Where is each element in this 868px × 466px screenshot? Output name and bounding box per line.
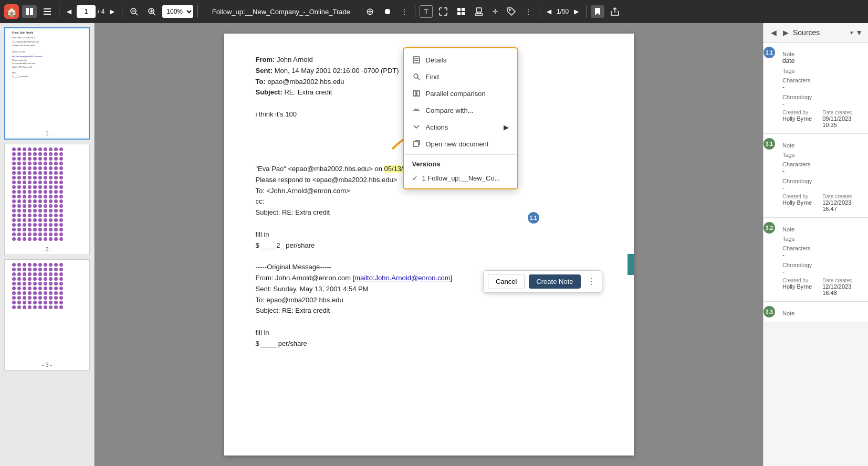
rp-next-btn[interactable]: ▶ — [781, 27, 791, 38]
fullscreen-btn[interactable] — [436, 5, 451, 18]
counter-next-btn[interactable]: ▶ — [571, 6, 582, 17]
stamp-btn[interactable] — [472, 5, 486, 18]
svg-point-20 — [509, 9, 510, 10]
crosshair-btn[interactable]: ✛ — [489, 6, 501, 17]
thumbnail-2[interactable]: - 2 - — [4, 144, 90, 255]
cancel-button[interactable]: Cancel — [488, 274, 525, 289]
rp-prev-btn[interactable]: ◀ — [769, 27, 779, 38]
add-btn[interactable]: ⊕ — [363, 4, 377, 19]
record-btn[interactable]: ⏺ — [380, 5, 395, 18]
created-by-label-3-2: Created by — [782, 278, 812, 283]
body3: $ ____2_ per/share — [256, 240, 602, 251]
note-badge-3-2: 3.2 — [764, 222, 775, 234]
note-section-1-1: Note date Tags Characters - Chronology -… — [782, 51, 863, 128]
time-value-3-1: 16:47 — [822, 206, 852, 212]
main-toolbar: 🏠 ◀ / 4 ▶ 100% 75% 125% 150% Follow_up:_… — [0, 0, 868, 23]
chronology-value-3-1: - — [782, 184, 863, 192]
sources-dropdown-btn[interactable]: ▾ — [850, 29, 853, 36]
ctx-details[interactable]: Details — [404, 51, 517, 68]
ctx-version-item[interactable]: ✓ 1 Follow_up:__New_Co... — [404, 171, 517, 185]
page-next-btn[interactable]: ▶ — [107, 6, 118, 17]
created-by-label-3-1: Created by — [782, 194, 812, 199]
parallel-icon — [412, 89, 421, 98]
thumbnail-panel: From: John Arnold Sent: Mon, 14 May 2001… — [0, 23, 95, 466]
ctx-version-label: 1 Follow_up:__New_Co... — [422, 174, 500, 182]
sent-label: Sent: — [256, 67, 273, 75]
chronology-value-3-2: - — [782, 268, 863, 276]
more-btn[interactable]: ⋮ — [398, 6, 411, 17]
tags-label-3-2: Tags — [782, 236, 863, 242]
page-total: / 4 — [98, 8, 104, 15]
note-section-3-1: Note Tags Characters - Chronology - Crea… — [782, 142, 863, 212]
created-by-col-3-1: Created by Holly Byrne — [782, 194, 812, 212]
view-mode-btn[interactable] — [22, 5, 37, 18]
tag-btn[interactable] — [504, 5, 519, 18]
ctx-find[interactable]: Find — [404, 68, 517, 85]
ctx-compare[interactable]: Compare with... — [404, 102, 517, 119]
to-label: To: — [256, 78, 266, 86]
thumbnail-3[interactable]: - 3 - — [4, 259, 90, 370]
sep6 — [586, 5, 587, 18]
ctx-compare-label: Compare with... — [426, 107, 474, 114]
time-value-3-2: 16:48 — [822, 290, 852, 296]
tags-label-3-1: Tags — [782, 152, 863, 158]
page-input[interactable] — [77, 5, 96, 18]
note-card-3-3[interactable]: 3.3 Note — [764, 302, 868, 322]
svg-rect-28 — [417, 91, 420, 96]
orig-from-link[interactable]: mailto:John.Arnold@enron.com — [354, 274, 450, 282]
selection-more-button[interactable]: ⋮ — [585, 274, 598, 289]
counter-prev-btn[interactable]: ◀ — [543, 6, 555, 17]
created-by-value-3-2: Holly Byrne — [782, 283, 812, 290]
zoom-select[interactable]: 100% 75% 125% 150% — [162, 5, 193, 18]
main-area: From: John Arnold Sent: Mon, 14 May 2001… — [0, 23, 868, 466]
zoom-in-btn[interactable] — [144, 5, 159, 18]
selection-toolbar: Cancel Create Note ⋮ — [483, 270, 602, 293]
note-card-3-2[interactable]: 3.2 Note Tags Characters - Chronology - … — [764, 218, 868, 302]
zoom-out-btn[interactable] — [127, 5, 141, 18]
note-card-1-1[interactable]: 1.1 Note date Tags Characters - Chronolo… — [764, 43, 868, 134]
checkmark-icon: ✓ — [412, 174, 418, 182]
svg-rect-14 — [457, 12, 461, 15]
chronology-label-1-1: Chronology — [782, 94, 863, 100]
quote-subject: Subject: RE: Extra credit — [256, 207, 602, 218]
characters-value-1-1: - — [782, 83, 863, 91]
ctx-actions[interactable]: Actions ▶ — [404, 119, 517, 135]
ctx-open-new[interactable]: Open new document — [404, 135, 517, 152]
thumb-img-3 — [9, 260, 85, 359]
note-card-3-1[interactable]: 3.1 Note Tags Characters - Chronology - … — [764, 134, 868, 218]
annotation-bubble-1-1[interactable]: 1.1 — [528, 212, 539, 224]
thumbnail-1[interactable]: From: John Arnold Sent: Mon, 14 May 2001… — [4, 27, 90, 140]
note-badge-3-1: 3.1 — [764, 138, 775, 150]
svg-rect-2 — [44, 8, 51, 9]
svg-line-6 — [135, 13, 138, 15]
document-area[interactable]: 1.1 From: John Arnold Sent: Mon, 14 May … — [95, 23, 763, 466]
share-btn[interactable] — [608, 5, 622, 18]
characters-value-3-2: - — [782, 251, 863, 259]
layout-btn[interactable] — [454, 5, 468, 18]
toolbar-more-btn[interactable]: ⋮ — [522, 6, 535, 17]
time-value-1-1: 10:35 — [822, 122, 852, 128]
date-created-value-3-2: 12/12/2023 — [822, 283, 852, 290]
ctx-versions-header: Versions — [404, 157, 517, 171]
text-tool-btn[interactable]: T — [420, 5, 433, 18]
bookmark-btn[interactable] — [591, 5, 604, 18]
app-icon[interactable]: 🏠 — [4, 4, 19, 19]
date-created-col-1-1: Date created 09/11/2023 10:35 — [822, 110, 852, 128]
sep3 — [197, 5, 198, 18]
created-by-value-1-1: Holly Byrne — [782, 115, 812, 122]
list-view-btn[interactable] — [40, 5, 55, 18]
rp-filter-btn[interactable]: ▼ — [855, 28, 863, 37]
sources-label: Sources — [793, 28, 848, 37]
date-created-label-1-1: Date created — [822, 110, 852, 115]
page-prev-btn[interactable]: ◀ — [64, 6, 75, 17]
ctx-parallel[interactable]: Parallel comparison — [404, 85, 517, 102]
orig-subject: Subject: RE: Extra credit — [256, 305, 602, 316]
svg-rect-0 — [26, 8, 29, 15]
note-label-1-1: Note — [782, 51, 863, 57]
date-created-col-3-1: Date created 12/12/2023 16:47 — [822, 194, 852, 212]
create-note-button[interactable]: Create Note — [529, 274, 580, 289]
page-nav: ◀ / 4 ▶ — [64, 5, 118, 18]
note-value-1-1: date — [782, 57, 863, 65]
svg-rect-4 — [44, 14, 51, 15]
note-meta-3-1: Created by Holly Byrne Date created 12/1… — [782, 194, 863, 212]
